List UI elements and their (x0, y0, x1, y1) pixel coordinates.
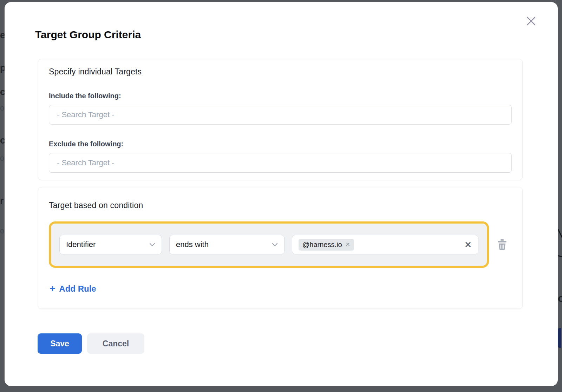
value-chip: @harness.io ✕ (299, 239, 354, 251)
condition-heading: Target based on condition (49, 201, 512, 210)
condition-rule-row: Identifier ends with @harness.io ✕ (49, 221, 489, 268)
save-button[interactable]: Save (38, 333, 82, 354)
plus-icon: + (50, 284, 55, 294)
modal-footer: Save Cancel (38, 333, 144, 354)
add-rule-label: Add Rule (59, 284, 96, 294)
operator-select[interactable]: ends with (169, 235, 285, 254)
background-text-fragment: cl (0, 87, 5, 98)
background-text-fragment: o (0, 104, 5, 113)
background-text-fragment: pe (0, 62, 5, 73)
modal-title: Target Group Criteria (35, 29, 141, 41)
add-rule-button[interactable]: + Add Rule (50, 284, 96, 294)
cancel-button[interactable]: Cancel (87, 333, 144, 354)
close-icon (525, 15, 537, 27)
remove-value-icon[interactable]: ✕ (346, 242, 350, 247)
individual-targets-heading: Specify individual Targets (49, 67, 512, 77)
operator-select-value: ends with (176, 240, 209, 249)
background-text-fragment: o (0, 226, 5, 235)
background-text-fragment: o (0, 154, 5, 163)
trash-icon (497, 239, 507, 250)
condition-card: Target based on condition Identifier end… (38, 187, 523, 309)
individual-targets-card: Specify individual Targets Include the f… (38, 59, 523, 180)
chevron-down-icon (272, 243, 278, 247)
values-multiselect-input[interactable]: @harness.io ✕ ✕ (292, 235, 478, 254)
exclude-target-input[interactable] (49, 153, 512, 173)
chevron-down-icon (149, 243, 155, 247)
background-text-fragment: r (0, 195, 5, 206)
clear-values-icon[interactable]: ✕ (464, 240, 472, 249)
exclude-label: Exclude the following: (49, 140, 512, 148)
background-blue-element (558, 328, 561, 348)
background-text-fragment: o (558, 292, 562, 304)
include-target-input[interactable] (49, 105, 512, 125)
background-sketch-line (558, 229, 562, 239)
close-button[interactable] (524, 14, 538, 28)
value-chip-label: @harness.io (302, 241, 342, 249)
include-label: Include the following: (49, 92, 512, 100)
delete-rule-button[interactable] (497, 239, 507, 250)
background-text-fragment: er (0, 30, 5, 41)
attribute-select[interactable]: Identifier (59, 235, 162, 254)
background-sketch-line (558, 255, 562, 258)
attribute-select-value: Identifier (66, 240, 96, 249)
condition-rule-line: Identifier ends with @harness.io ✕ (49, 221, 512, 268)
background-text-fragment: cl (0, 135, 5, 146)
target-group-criteria-modal: Target Group Criteria Specify individual… (5, 2, 558, 386)
